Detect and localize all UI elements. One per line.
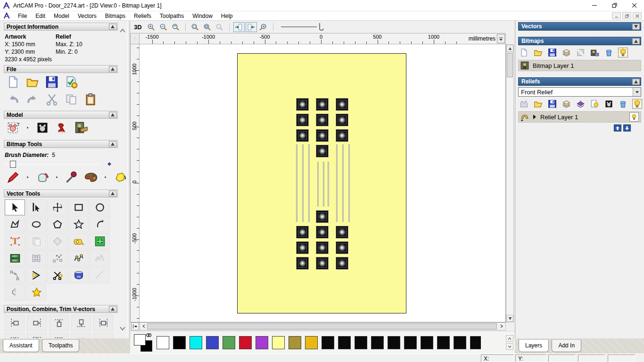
menu-reliefs[interactable]: Reliefs	[130, 12, 156, 20]
arc-tool-icon[interactable]	[90, 216, 110, 232]
mirror-merge-icon[interactable]	[5, 284, 25, 300]
paste-icon[interactable]	[84, 93, 97, 106]
rectangle-tool-icon[interactable]	[68, 199, 89, 215]
tab-toolpaths[interactable]: Toolpaths	[42, 339, 79, 352]
palette-swatch[interactable]	[272, 336, 285, 349]
panel-scroll-up-chevron[interactable]	[119, 27, 126, 34]
align-bottom-icon[interactable]	[71, 315, 91, 331]
blank-bitmap-icon[interactable]	[576, 48, 586, 58]
nesting-icon[interactable]: Nes	[93, 333, 113, 338]
palette-swatch[interactable]	[190, 336, 202, 349]
section-header-bitmap-tools[interactable]: Bitmap Tools	[4, 140, 118, 148]
fit-arcs-icon[interactable]	[68, 250, 89, 266]
palette-swatch[interactable]	[421, 336, 433, 349]
palette-swatch[interactable]	[157, 336, 169, 349]
section-header-position-combine-trim[interactable]: Position, Combine, Trim V-ectors	[4, 305, 118, 313]
text-tool-icon[interactable]: T	[5, 233, 25, 249]
extrude-icon[interactable]	[68, 267, 89, 283]
rollup-button[interactable]	[109, 306, 116, 312]
cut-icon[interactable]	[45, 93, 58, 106]
menu-toolpaths[interactable]: Toolpaths	[156, 12, 188, 20]
section-header-vector-tools[interactable]: Vector Tools	[4, 189, 118, 197]
redo-icon[interactable]	[26, 93, 39, 106]
flood-fill-icon[interactable]	[36, 171, 49, 184]
invert-relief-icon[interactable]	[604, 99, 614, 109]
section-header-project-information[interactable]: Project Information	[4, 23, 118, 31]
paste-arrange-icon[interactable]	[71, 333, 91, 338]
palette-swatch[interactable]	[289, 336, 301, 349]
zoom-in-icon[interactable]	[146, 22, 157, 32]
pane-toggle-button[interactable]	[131, 322, 139, 330]
palette-swatch[interactable]	[322, 336, 334, 349]
palette-scroll-down-button[interactable]	[506, 343, 513, 350]
copy-icon[interactable]	[65, 93, 78, 106]
draw-colour-icon[interactable]	[114, 171, 127, 184]
save-icon[interactable]	[45, 75, 58, 89]
open-relief-icon[interactable]	[533, 99, 543, 109]
center-horizontal-icon[interactable]	[93, 315, 113, 331]
vertical-scrollbar[interactable]	[506, 44, 514, 322]
menu-help[interactable]: Help	[217, 12, 237, 20]
zoom-object-icon[interactable]	[202, 22, 213, 32]
align-stack-icon[interactable]	[49, 333, 69, 338]
align-left-icon[interactable]	[5, 315, 25, 331]
rollup-button[interactable]	[632, 38, 640, 44]
save-relief-icon[interactable]	[547, 99, 557, 109]
star-tool-icon[interactable]	[68, 216, 89, 232]
move-layer-down-button[interactable]	[623, 124, 631, 132]
ruler-units-dropdown-button[interactable]	[497, 34, 505, 43]
flyout-arrow[interactable]	[55, 174, 59, 180]
measure-icon[interactable]	[68, 233, 89, 249]
expand-arrow-icon[interactable]	[533, 115, 537, 119]
zoom-previous-icon[interactable]	[170, 22, 182, 32]
palette-swatch[interactable]	[305, 336, 318, 349]
offset-grey-icon[interactable]	[47, 233, 67, 249]
restore-button[interactable]	[604, 0, 624, 11]
relief-selector-dropdown[interactable]: Front Relief	[518, 87, 641, 97]
rollup-button[interactable]	[109, 190, 116, 197]
menu-file[interactable]: File	[14, 12, 31, 20]
palette-scroll-up-button[interactable]	[506, 335, 513, 342]
text-on-curve-icon[interactable]: ABCABC	[5, 250, 25, 266]
align-top-icon[interactable]	[49, 315, 69, 331]
scroll-down-button[interactable]	[506, 315, 513, 322]
palette-swatch[interactable]	[239, 336, 252, 349]
slider-handle[interactable]	[10, 161, 16, 168]
pick-colour-icon[interactable]	[65, 171, 78, 184]
mdi-minimize-button[interactable]	[612, 12, 621, 19]
set-model-size-icon[interactable]: T	[7, 121, 20, 134]
section-header-file[interactable]: File	[4, 65, 118, 73]
zoom-box-icon[interactable]	[190, 22, 201, 32]
select-icon[interactable]	[5, 199, 25, 215]
menu-window[interactable]: Window	[188, 12, 217, 20]
node-edit-icon[interactable]	[26, 199, 46, 215]
zoom-slider[interactable]	[281, 22, 324, 32]
section-header-model[interactable]: Model	[4, 111, 118, 119]
scroll-right-button[interactable]	[498, 323, 505, 329]
rolldown-button[interactable]	[632, 24, 640, 30]
invert-model-icon[interactable]	[36, 121, 49, 134]
palette-swatch[interactable]	[223, 336, 235, 349]
rollup-button[interactable]	[109, 112, 116, 118]
palette-swatch[interactable]	[355, 336, 367, 349]
minimize-button[interactable]	[585, 0, 604, 11]
ellipse-tool-icon[interactable]	[26, 216, 46, 232]
move-layer-up-button[interactable]	[614, 124, 621, 132]
menu-bitmaps[interactable]: Bitmaps	[101, 12, 130, 20]
zoom-out-icon[interactable]	[158, 22, 169, 32]
vector-doctor-icon[interactable]	[26, 284, 46, 300]
bitmaps-panel-header[interactable]: Bitmaps	[518, 37, 641, 45]
scroll-up-button[interactable]	[506, 45, 513, 52]
horizontal-scrollbar[interactable]	[140, 322, 506, 330]
menu-model[interactable]: Model	[50, 12, 74, 20]
merge-relief-icon[interactable]	[561, 99, 571, 109]
zoom-slider-handle[interactable]	[318, 22, 324, 32]
merge-bitmap-icon[interactable]	[561, 48, 571, 58]
menu-edit[interactable]: Edit	[31, 12, 50, 20]
bisector-icon[interactable]	[26, 267, 46, 283]
undo-icon[interactable]	[7, 93, 20, 106]
palette-swatch[interactable]	[206, 336, 219, 349]
dropdown-arrow-icon[interactable]	[633, 88, 641, 96]
tab-assistant[interactable]: Assistant	[3, 339, 39, 352]
palette-swatch[interactable]	[404, 336, 417, 349]
